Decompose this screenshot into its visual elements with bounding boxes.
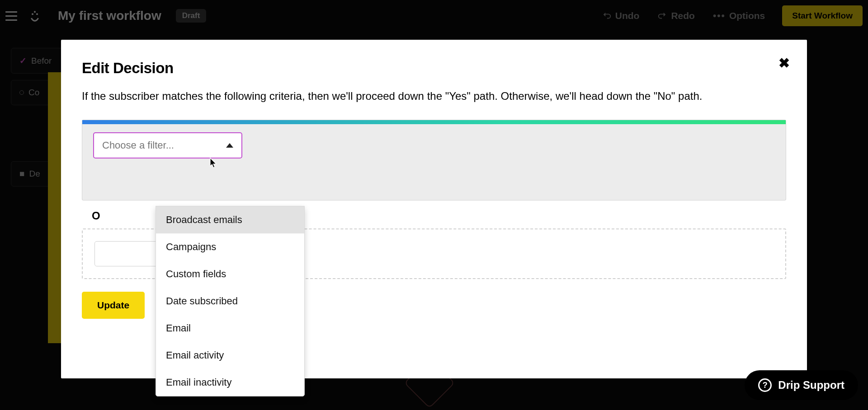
modal-title: Edit Decision [82, 60, 786, 77]
dropdown-item-date-subscribed[interactable]: Date subscribed [156, 288, 304, 315]
filter-dropdown: Broadcast emails Campaigns Custom fields… [156, 206, 305, 396]
dropdown-item-broadcast-emails[interactable]: Broadcast emails [156, 206, 304, 233]
update-button[interactable]: Update [82, 292, 145, 319]
dropdown-item-email-inactivity[interactable]: Email inactivity [156, 369, 304, 396]
criteria-container [82, 120, 786, 200]
update-label: Update [97, 300, 129, 310]
support-label: Drip Support [778, 379, 844, 391]
close-icon: ✖ [778, 56, 790, 70]
support-chip[interactable]: ? Drip Support [745, 370, 858, 400]
dropdown-item-campaigns[interactable]: Campaigns [156, 233, 304, 261]
chevron-up-icon [226, 143, 233, 148]
edit-decision-modal: ✖ Edit Decision If the subscriber matche… [61, 40, 807, 378]
filter-input[interactable] [102, 140, 211, 151]
dropdown-item-email[interactable]: Email [156, 315, 304, 342]
dropdown-item-email-activity[interactable]: Email activity [156, 342, 304, 369]
help-icon: ? [758, 378, 772, 392]
dropdown-item-custom-fields[interactable]: Custom fields [156, 261, 304, 288]
filter-select[interactable] [93, 132, 242, 158]
gradient-bar [82, 120, 786, 124]
modal-description: If the subscriber matches the following … [82, 89, 786, 104]
close-button[interactable]: ✖ [778, 55, 790, 71]
